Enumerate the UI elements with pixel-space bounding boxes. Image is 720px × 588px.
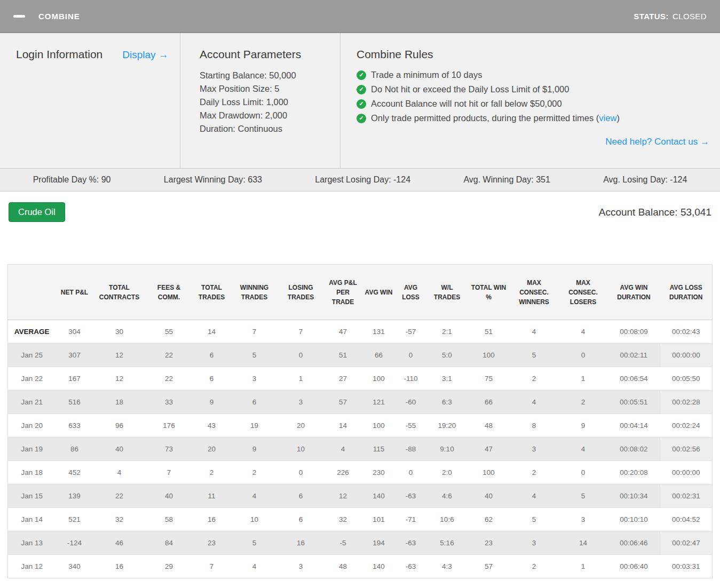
combine-rules-title: Combine Rules	[357, 48, 433, 60]
cell: 12	[93, 367, 146, 391]
cell: 4:6	[426, 484, 468, 508]
cell: 10	[231, 508, 278, 531]
table-row: Jan 12340162974348140-634:3572100:06:400…	[8, 555, 713, 578]
cell: 00:02:11	[608, 344, 660, 367]
rule-text-suffix: )	[616, 113, 620, 123]
cell: 5:0	[426, 344, 468, 367]
column-header: NET P&L	[56, 265, 93, 320]
table-row: Jan 19864073209104115-889:10473400:08:02…	[8, 438, 713, 461]
cell: 20	[193, 438, 231, 461]
column-header: FEES & COMM.	[146, 265, 193, 320]
cell: -57	[395, 320, 426, 344]
cell: 100	[468, 344, 510, 367]
cell: 22	[146, 367, 193, 391]
account-parameter-line: Duration: Continuous	[200, 122, 340, 136]
cell: 40	[93, 438, 146, 461]
account-parameter-line: Starting Balance: 50,000	[200, 69, 340, 82]
login-information-panel: Login Information Display →	[0, 33, 180, 168]
cell: 3	[278, 555, 324, 578]
rule-text-main: Do Not hit or exceed the Daily Loss Limi…	[371, 84, 569, 94]
row-label: Jan 25	[8, 344, 56, 367]
product-balance-row: Crude Oil Account Balance: 53,041	[0, 192, 720, 234]
row-label: Jan 21	[8, 391, 56, 414]
cell: 5:16	[426, 531, 468, 555]
cell: 4	[510, 484, 559, 508]
row-label: Jan 13	[8, 531, 56, 555]
cell: 0	[395, 344, 426, 367]
cell: 40	[146, 484, 193, 508]
cell: 633	[56, 414, 93, 438]
cell: 7	[193, 555, 231, 578]
rule-text-main: Account Balance will not hit or fall bel…	[371, 99, 562, 108]
minus-icon[interactable]	[13, 15, 25, 18]
cell: 121	[362, 391, 395, 414]
summary-stats-bar: Profitable Day %: 90Largest Winning Day:…	[0, 168, 720, 192]
cell: 55	[146, 320, 193, 344]
column-header: AVG LOSS	[395, 265, 426, 320]
cell: 1	[559, 555, 608, 578]
row-label: Jan 22	[8, 367, 56, 391]
cell: 140	[362, 555, 395, 578]
cell: 57	[468, 555, 510, 578]
cell: 40	[468, 484, 510, 508]
info-section: Login Information Display → Account Para…	[0, 33, 720, 168]
cell: 167	[56, 367, 93, 391]
cell: 9	[193, 391, 231, 414]
summary-stat: Profitable Day %: 90	[33, 175, 111, 185]
cell: 340	[56, 555, 93, 578]
cell: 32	[93, 508, 146, 531]
cell: 6:3	[426, 391, 468, 414]
cell: 66	[362, 344, 395, 367]
cell: 452	[56, 461, 93, 484]
cell: 101	[362, 508, 395, 531]
crude-oil-button[interactable]: Crude Oil	[9, 202, 65, 222]
combine-rule: ✓Do Not hit or exceed the Daily Loss Lim…	[357, 84, 710, 94]
cell: 4	[231, 484, 278, 508]
cell: 46	[93, 531, 146, 555]
cell: 73	[146, 438, 193, 461]
cell: 7	[278, 320, 324, 344]
contact-us-link[interactable]: Need help? Contact us →	[605, 137, 709, 147]
cell: 10	[278, 438, 324, 461]
rule-text: Do Not hit or exceed the Daily Loss Limi…	[371, 84, 569, 94]
cell: 00:02:28	[660, 391, 713, 414]
table-row: Jan 21516183396357121-606:3664200:05:510…	[8, 391, 713, 414]
column-header: TOTAL TRADES	[193, 265, 231, 320]
display-link[interactable]: Display →	[122, 49, 169, 61]
cell: 6	[278, 484, 324, 508]
table-row: Jan 1452132581610632101-7110:6625300:10:…	[8, 508, 713, 531]
check-circle-icon: ✓	[357, 85, 366, 94]
cell: 4	[559, 320, 608, 344]
table-row: Jan 184524722022623002:01002000:20:0800:…	[8, 461, 713, 484]
column-header: MAX CONSEC. WINNERS	[510, 265, 559, 320]
cell: 10:6	[426, 508, 468, 531]
cell: -88	[395, 438, 426, 461]
cell: 5	[559, 484, 608, 508]
cell: 00:02:43	[660, 320, 713, 344]
cell: 47	[324, 320, 362, 344]
cell: 1	[278, 367, 324, 391]
cell: 62	[468, 508, 510, 531]
column-header: TOTAL CONTRACTS	[93, 265, 146, 320]
cell: 115	[362, 438, 395, 461]
cell: 00:06:54	[608, 367, 660, 391]
cell: 6	[231, 391, 278, 414]
table-row: Jan 151392240114612140-634:6404500:10:34…	[8, 484, 713, 508]
rule-text: Only trade permitted products, during th…	[371, 113, 620, 123]
cell: 2	[559, 391, 608, 414]
cell: 00:02:31	[660, 484, 713, 508]
cell: -55	[395, 414, 426, 438]
cell: 48	[468, 414, 510, 438]
table-row: Jan 13-124468423516-5194-635:162331400:0…	[8, 531, 713, 555]
column-header: AVG WIN	[362, 265, 395, 320]
cell: 7	[146, 461, 193, 484]
status-value: CLOSED	[672, 12, 707, 21]
cell: 12	[324, 484, 362, 508]
panel-header-left: COMBINE	[13, 12, 80, 21]
cell: -5	[324, 531, 362, 555]
cell: 00:06:40	[608, 555, 660, 578]
row-label: Jan 14	[8, 508, 56, 531]
cell: 8	[510, 414, 559, 438]
view-link[interactable]: view	[599, 113, 616, 123]
cell: 00:05:51	[608, 391, 660, 414]
